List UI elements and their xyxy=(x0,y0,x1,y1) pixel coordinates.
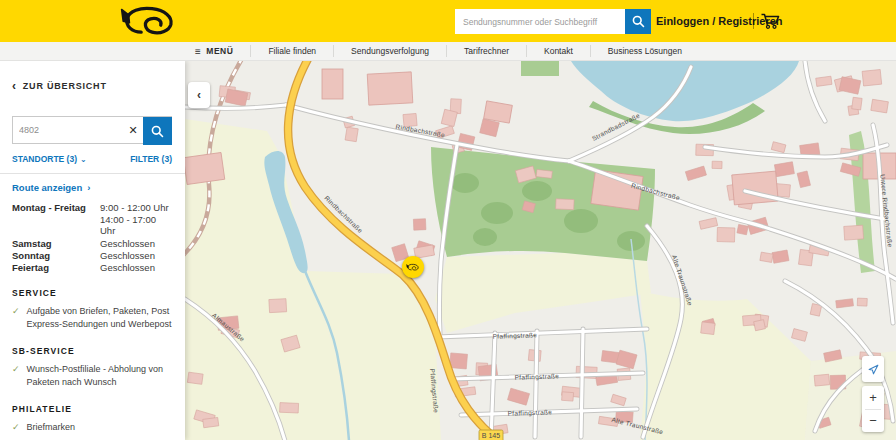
search-icon xyxy=(150,124,165,139)
close-icon: ✕ xyxy=(128,124,137,136)
nav-item-sendungsverfolgung[interactable]: Sendungsverfolgung xyxy=(334,45,447,57)
opening-hours: Montag - Freitag 9:00 - 12:00 Uhr14:00 -… xyxy=(12,202,172,273)
nav-item-filiale-finden[interactable]: Filiale finden xyxy=(251,45,334,57)
location-search: ✕ xyxy=(12,116,172,144)
top-header: Einloggen / Registrieren xyxy=(0,0,896,42)
standorte-dropdown[interactable]: STANDORTE (3)⌄ xyxy=(12,154,87,164)
section-title-sb-service: SB-SERVICE xyxy=(12,346,172,356)
header-search-button[interactable] xyxy=(625,9,651,34)
post-horn-icon xyxy=(406,263,420,272)
road-ref-shield: B 145 xyxy=(479,430,503,440)
header-search xyxy=(455,9,651,34)
header-search-input[interactable] xyxy=(455,9,625,34)
location-search-input[interactable] xyxy=(13,117,123,143)
svg-text:B 145: B 145 xyxy=(482,432,500,439)
nav-item-tarifrechner[interactable]: Tarifrechner xyxy=(447,45,527,57)
check-icon: ✓ xyxy=(12,363,20,389)
check-icon: ✓ xyxy=(12,305,20,331)
hours-row: FeiertagGeschlossen xyxy=(12,262,172,273)
cart-icon[interactable] xyxy=(760,12,782,30)
nav-item-business-loesungen[interactable]: Business Lösungen xyxy=(591,45,699,57)
header-divider xyxy=(753,13,754,29)
locate-me-button[interactable] xyxy=(862,356,884,382)
navigation-arrow-icon xyxy=(867,363,880,376)
section-title-philatelie: PHILATELIE xyxy=(12,404,172,414)
chevron-down-icon: ⌄ xyxy=(80,155,87,164)
location-search-button[interactable] xyxy=(143,117,172,145)
back-to-overview-link[interactable]: ‹ ZUR ÜBERSICHT xyxy=(12,79,172,93)
nav-item-kontakt[interactable]: Kontakt xyxy=(527,45,591,57)
post-logo[interactable] xyxy=(115,4,183,40)
search-icon xyxy=(631,14,646,29)
hours-row: Montag - Freitag 9:00 - 12:00 Uhr14:00 -… xyxy=(12,202,172,237)
chevron-left-icon: ‹ xyxy=(12,79,17,93)
service-item: ✓Wunsch-Postfiliale - Abholung von Paket… xyxy=(12,363,172,389)
zoom-out-button[interactable]: − xyxy=(862,410,884,433)
service-item: ✓Briefmarken xyxy=(12,421,172,434)
zoom-in-button[interactable]: + xyxy=(862,386,884,409)
filter-button[interactable]: FILTER (3) xyxy=(130,154,172,164)
chevron-right-icon: › xyxy=(87,182,90,193)
map-graphics: B 145 Rindbachstraße Rindbachstraße Rind… xyxy=(185,61,896,440)
nav-menu-button[interactable]: ≡MENÜ xyxy=(178,45,251,57)
divider xyxy=(0,173,185,174)
map-canvas[interactable]: B 145 Rindbachstraße Rindbachstraße Rind… xyxy=(185,61,896,440)
map-zoom-controls: + − xyxy=(862,386,884,432)
post-branch-marker[interactable] xyxy=(402,256,424,278)
hours-row: SamstagGeschlossen xyxy=(12,238,172,249)
check-icon: ✓ xyxy=(12,421,20,434)
hours-row: SonntagGeschlossen xyxy=(12,250,172,261)
main-nav: ≡MENÜ Filiale finden Sendungsverfolgung … xyxy=(0,42,896,61)
route-link[interactable]: Route anzeigen› xyxy=(12,182,172,193)
hamburger-icon: ≡ xyxy=(195,46,201,57)
section-title-service: SERVICE xyxy=(12,288,172,298)
service-item: ✓Aufgabe von Briefen, Paketen, Post Expr… xyxy=(12,305,172,331)
branch-detail-panel: ‹ ZUR ÜBERSICHT ✕ STANDORTE (3)⌄ FILTER … xyxy=(0,61,185,440)
sidebar-collapse-button[interactable]: ‹ xyxy=(188,82,210,108)
clear-search-button[interactable]: ✕ xyxy=(123,117,143,143)
chevron-left-icon: ‹ xyxy=(197,88,201,102)
